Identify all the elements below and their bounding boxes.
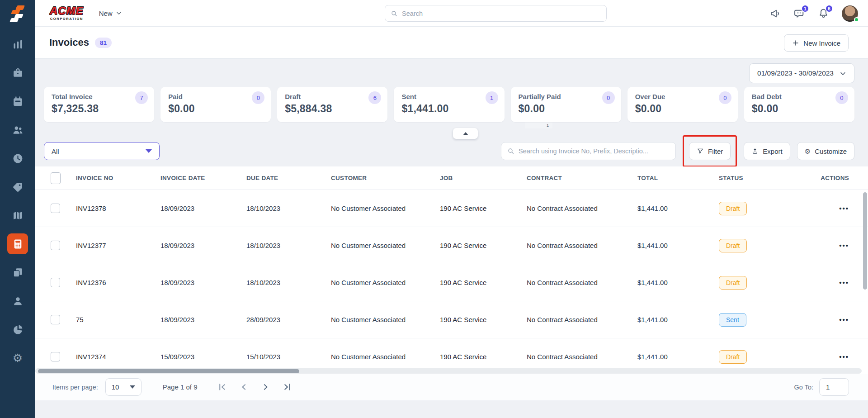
- previous-page-button[interactable]: [239, 382, 249, 392]
- row-checkbox[interactable]: [51, 204, 60, 213]
- cell-customer: No Customer Associated: [331, 242, 440, 249]
- column-header: DUE DATE: [246, 175, 331, 181]
- cell-customer: No Customer Associated: [331, 316, 440, 323]
- cell-due-date: 28/09/2023: [246, 316, 331, 323]
- table-row[interactable]: INV12376 18/09/2023 18/10/2023 No Custom…: [35, 264, 868, 301]
- cell-customer: No Customer Associated: [331, 353, 440, 361]
- export-button[interactable]: Export: [744, 142, 790, 160]
- stat-label: Over Due: [635, 93, 730, 100]
- customize-label: Customize: [815, 147, 847, 155]
- column-header: INVOICE DATE: [160, 175, 246, 181]
- cell-invoice-date: 18/09/2023: [160, 279, 246, 286]
- row-actions-button[interactable]: •••: [807, 204, 868, 212]
- online-status-dot: [854, 17, 859, 22]
- sidebar-item-settings[interactable]: ⚙: [7, 347, 28, 368]
- customize-button[interactable]: ⚙ Customize: [797, 142, 854, 160]
- global-search-input[interactable]: [402, 10, 601, 17]
- stat-label: Partially Paid: [519, 93, 613, 100]
- copy-icon: [12, 267, 24, 278]
- megaphone-icon: [770, 8, 781, 19]
- row-actions-button[interactable]: •••: [807, 353, 868, 361]
- cell-due-date: 15/10/2023: [246, 353, 331, 361]
- cell-due-date: 18/10/2023: [246, 279, 331, 286]
- items-per-page-select[interactable]: 10: [105, 378, 142, 396]
- column-header: JOB: [440, 175, 527, 181]
- row-checkbox[interactable]: [51, 352, 60, 361]
- date-range-picker[interactable]: 01/09/2023 - 30/09/2023: [749, 63, 854, 83]
- app-window: ⚙ ACME CORPORATION New 1 6: [0, 0, 868, 418]
- row-checkbox[interactable]: [51, 241, 60, 250]
- new-invoice-button[interactable]: New Invoice: [784, 34, 849, 52]
- app-logo: [9, 5, 27, 23]
- vertical-scrollbar-thumb[interactable]: [863, 192, 867, 290]
- company-logo-subtitle: CORPORATION: [50, 17, 83, 21]
- row-checkbox[interactable]: [51, 315, 60, 324]
- table-row[interactable]: INV12377 18/09/2023 18/10/2023 No Custom…: [35, 227, 868, 264]
- stat-card-paid: Paid $0.00 0: [160, 87, 271, 122]
- goto-page: Go To:: [794, 378, 849, 396]
- cell-invoice-date: 18/09/2023: [160, 316, 246, 323]
- chevron-down-icon: [116, 10, 122, 16]
- clock-icon: [12, 153, 24, 164]
- tooltip-artifact: 1: [525, 123, 552, 128]
- sidebar-item-customers[interactable]: [7, 119, 28, 140]
- table-toolbar: All Filter Export: [44, 141, 854, 161]
- invoice-type-select[interactable]: All: [44, 142, 160, 160]
- column-header: CONTRACT: [527, 175, 637, 181]
- notifications-badge: 6: [825, 5, 833, 13]
- sidebar-item-invoices[interactable]: [7, 233, 28, 254]
- briefcase-icon: [12, 67, 24, 79]
- sidebar-item-jobs[interactable]: [7, 62, 28, 83]
- stat-label: Bad Debt: [752, 93, 847, 100]
- pagination-controls: [217, 382, 292, 392]
- row-actions-button[interactable]: •••: [807, 316, 868, 323]
- sidebar-item-employees[interactable]: [7, 290, 28, 311]
- chevron-right-icon: [261, 382, 270, 392]
- invoice-search: [501, 142, 676, 160]
- table-row[interactable]: INV12378 18/09/2023 18/10/2023 No Custom…: [35, 190, 868, 227]
- horizontal-scrollbar[interactable]: [35, 368, 862, 374]
- column-header: CUSTOMER: [331, 175, 440, 181]
- column-header: INVOICE NO: [76, 175, 160, 181]
- select-all-checkbox[interactable]: [51, 172, 61, 184]
- table-row[interactable]: 75 18/09/2023 28/09/2023 No Customer Ass…: [35, 301, 868, 338]
- cell-due-date: 18/10/2023: [246, 204, 331, 212]
- users-icon: [12, 124, 24, 136]
- sidebar-item-dispatch-map[interactable]: [7, 205, 28, 226]
- row-actions-button[interactable]: •••: [807, 279, 868, 286]
- user-avatar[interactable]: [842, 5, 858, 22]
- stat-card-partially-paid: Partially Paid $0.00 0: [511, 87, 621, 122]
- invoice-search-input[interactable]: [519, 147, 670, 155]
- goto-page-input[interactable]: [819, 378, 849, 396]
- user-icon: [12, 295, 24, 307]
- messages-button[interactable]: 1: [794, 8, 805, 19]
- announcements-button[interactable]: [770, 8, 781, 19]
- sidebar: ⚙: [0, 0, 35, 418]
- new-menu-label: New: [99, 10, 113, 17]
- cell-contract: No Contract Associated: [527, 316, 637, 323]
- stat-count-badge: 0: [602, 91, 615, 104]
- new-menu[interactable]: New: [99, 10, 122, 17]
- sidebar-item-reports[interactable]: [7, 319, 28, 340]
- next-page-button[interactable]: [261, 382, 270, 392]
- row-actions-button[interactable]: •••: [807, 242, 868, 249]
- company-logo: ACME CORPORATION: [50, 5, 84, 21]
- filter-button[interactable]: Filter: [689, 142, 731, 160]
- last-page-button[interactable]: [283, 382, 292, 392]
- sidebar-item-timesheet[interactable]: [7, 148, 28, 169]
- sidebar-item-dashboard[interactable]: [7, 34, 28, 55]
- horizontal-scrollbar-thumb[interactable]: [38, 369, 299, 373]
- collapse-stats-button[interactable]: [453, 128, 478, 139]
- logo-shape: [15, 5, 25, 10]
- row-checkbox[interactable]: [51, 278, 60, 287]
- sidebar-item-pricebook[interactable]: [7, 176, 28, 197]
- notifications-button[interactable]: 6: [818, 8, 829, 19]
- stat-amount: $0.00: [635, 103, 730, 115]
- status-badge: Draft: [719, 239, 747, 252]
- logo-shape: [9, 18, 19, 22]
- sidebar-item-estimates[interactable]: [7, 262, 28, 283]
- cell-invoice-date: 15/09/2023: [160, 353, 246, 361]
- first-page-button[interactable]: [217, 382, 227, 392]
- messages-badge: 1: [801, 5, 809, 13]
- sidebar-item-schedule[interactable]: [7, 91, 28, 112]
